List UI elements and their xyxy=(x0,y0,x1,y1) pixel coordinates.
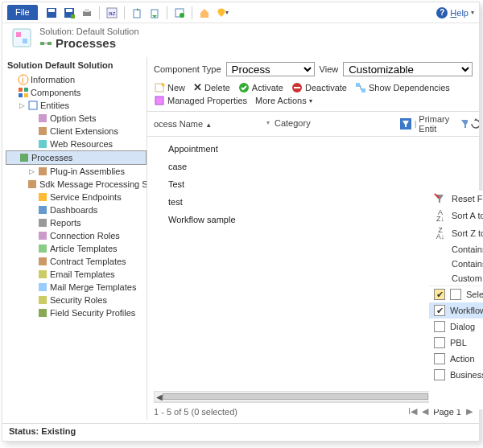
tree-item-field-security-profiles[interactable]: Field Security Profiles xyxy=(6,306,147,319)
pager-prev-icon[interactable]: ◀ xyxy=(422,406,428,417)
save-icon[interactable] xyxy=(45,6,58,19)
filter-checkbox[interactable]: ✔ xyxy=(434,305,445,316)
tree-item-processes[interactable]: Processes xyxy=(6,150,147,165)
tree-entities[interactable]: ▷Entities xyxy=(6,99,147,112)
tree-item-email-templates[interactable]: Email Templates xyxy=(6,268,147,281)
grid-row[interactable]: case xyxy=(165,158,479,175)
tree-item-dashboards[interactable]: Dashboards xyxy=(6,203,147,216)
deactivate-button[interactable]: Deactivate xyxy=(291,82,347,93)
scroll-left-icon[interactable]: ◀ xyxy=(156,393,163,401)
contains-data[interactable]: Contains Data xyxy=(429,242,483,257)
tree-item-option-sets[interactable]: Option Sets xyxy=(6,112,147,125)
tree-item-contract-templates[interactable]: Contract Templates xyxy=(6,255,147,268)
tree-item-icon xyxy=(36,166,48,177)
svg-rect-15 xyxy=(23,39,27,43)
filter-active-icon[interactable] xyxy=(400,118,411,129)
component-type-label: Component Type xyxy=(154,64,221,74)
svg-rect-27 xyxy=(39,140,47,148)
svg-rect-20 xyxy=(19,88,23,92)
tree-item-icon xyxy=(36,294,48,306)
tree-item-icon xyxy=(36,125,48,137)
translate-icon[interactable]: az xyxy=(105,6,118,19)
svg-rect-34 xyxy=(39,232,47,240)
svg-rect-3 xyxy=(66,9,72,12)
reset-filter[interactable]: Reset Filter xyxy=(429,191,483,207)
svg-rect-1 xyxy=(48,9,55,12)
tree-item-article-templates[interactable]: Article Templates xyxy=(6,242,147,255)
svg-rect-4 xyxy=(71,14,75,18)
import-icon[interactable] xyxy=(148,6,161,19)
tree-item-sdk-message-processing-s-[interactable]: Sdk Message Processing S... xyxy=(6,178,147,191)
svg-rect-17 xyxy=(47,42,52,45)
tree-components[interactable]: Components xyxy=(6,86,147,99)
more-actions-button[interactable]: More Actions ▾ xyxy=(255,96,312,105)
filter-checkbox[interactable] xyxy=(434,337,445,348)
tree-information[interactable]: iInformation xyxy=(6,73,147,86)
select-all-checkbox[interactable] xyxy=(450,289,461,300)
tree-item-icon xyxy=(36,217,48,228)
filter-option-dialog[interactable]: Dialog xyxy=(429,319,483,335)
column-process-name[interactable]: ocess Name ▲▾ xyxy=(154,119,275,129)
svg-rect-26 xyxy=(39,127,47,135)
contains-no-data[interactable]: Contains No Data xyxy=(429,257,483,271)
tree-item-client-extensions[interactable]: Client Extensions xyxy=(6,125,147,138)
filter-checkbox[interactable] xyxy=(434,353,445,364)
filter-option-business-process-flow[interactable]: Business Process Flow xyxy=(429,367,483,383)
export-icon[interactable] xyxy=(130,6,143,19)
filter-checkbox[interactable] xyxy=(434,369,445,380)
tree-item-web-resources[interactable]: Web Resources xyxy=(6,138,147,150)
sort-az[interactable]: AZ↓Sort A to Z xyxy=(429,207,483,224)
scrollbar-thumb[interactable] xyxy=(163,393,428,400)
filter-checkbox[interactable] xyxy=(434,321,445,332)
delete-button[interactable]: ✕Delete xyxy=(193,81,230,93)
sort-za[interactable]: ZA↓Sort Z to A xyxy=(429,224,483,242)
svg-rect-16 xyxy=(40,42,44,45)
tree-item-icon xyxy=(36,256,48,267)
managed-properties-button[interactable]: Managed Properties xyxy=(154,95,247,106)
tree-item-icon xyxy=(27,179,38,190)
filter-icon[interactable] xyxy=(460,118,469,129)
page-title: Processes xyxy=(56,36,116,50)
sort-za-icon: ZA↓ xyxy=(434,227,447,240)
save-close-icon[interactable] xyxy=(63,6,76,19)
home-icon[interactable] xyxy=(198,6,211,19)
tree-item-connection-roles[interactable]: Connection Roles xyxy=(6,229,147,242)
view-select[interactable]: Customizable xyxy=(343,62,473,76)
sidebar-heading: Solution Default Solution xyxy=(2,57,147,73)
status-bar: Status: Existing xyxy=(2,423,479,441)
filter-option-pbl[interactable]: PBL xyxy=(429,335,483,351)
show-dependencies-button[interactable]: Show Dependencies xyxy=(355,82,450,93)
new-button[interactable]: New xyxy=(154,82,185,93)
activate-button[interactable]: Activate xyxy=(238,82,283,93)
svg-rect-32 xyxy=(39,206,47,214)
horizontal-scrollbar[interactable]: ◀ ▶ xyxy=(154,391,473,402)
custom-filter[interactable]: Custom Filter... xyxy=(429,271,483,286)
publish-icon[interactable] xyxy=(173,6,186,19)
grid-row[interactable]: Appointment xyxy=(165,140,479,158)
help-link[interactable]: ? HHelpelp ▾ xyxy=(436,7,474,18)
svg-rect-23 xyxy=(24,93,28,97)
select-all-row[interactable]: ✔ Select All xyxy=(429,286,483,302)
tree-item-service-endpoints[interactable]: Service Endpoints xyxy=(6,191,147,203)
print-icon[interactable] xyxy=(80,6,93,19)
filter-option-workflow[interactable]: ✔Workflow xyxy=(429,302,483,319)
tree-item-icon xyxy=(36,204,48,216)
column-primary-entity[interactable]: | Primary Entit xyxy=(415,114,479,134)
tree-item-icon xyxy=(36,230,48,241)
tree-item-plug-in-assemblies[interactable]: ▷Plug-in Assemblies xyxy=(6,165,147,178)
refresh-icon[interactable] xyxy=(470,118,479,129)
actions-icon[interactable]: ▾ xyxy=(216,6,229,19)
column-category[interactable]: Category xyxy=(275,118,415,129)
category-filter-popup: Reset Filter AZ↓Sort A to Z ZA↓Sort Z to… xyxy=(429,191,483,409)
filter-option-action[interactable]: Action xyxy=(429,351,483,367)
component-type-select[interactable]: Process xyxy=(226,62,315,76)
svg-rect-31 xyxy=(39,193,47,201)
file-tab[interactable]: File xyxy=(7,5,38,20)
pager-first-icon[interactable]: I◀ xyxy=(408,406,417,417)
tree-item-reports[interactable]: Reports xyxy=(6,216,147,229)
tree-item-security-roles[interactable]: Security Roles xyxy=(6,294,147,306)
tree-item-icon xyxy=(18,152,30,163)
tree-item-icon xyxy=(36,113,48,124)
tree-item-mail-merge-templates[interactable]: Mail Merge Templates xyxy=(6,281,147,294)
svg-rect-39 xyxy=(39,296,47,304)
